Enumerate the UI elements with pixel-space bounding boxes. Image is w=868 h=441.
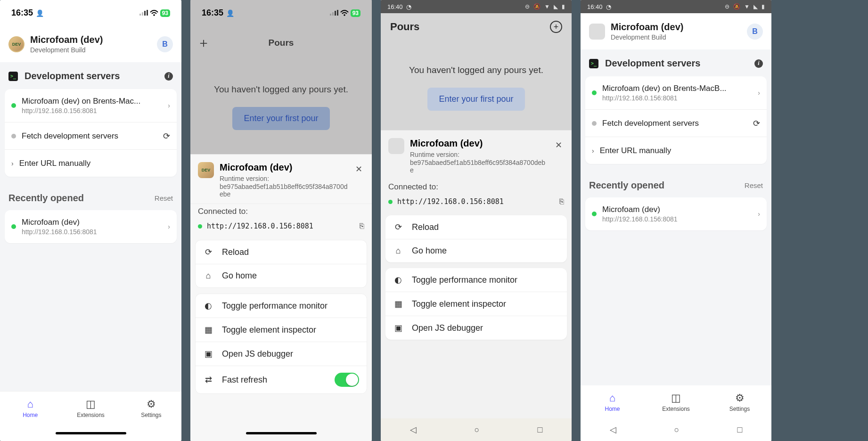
server-row[interactable]: Microfoam (dev) on Brents-MacB... http:/…: [585, 76, 767, 109]
fast-refresh-row[interactable]: ⇄ Fast refresh: [196, 366, 367, 393]
status-dot-icon: [198, 224, 202, 229]
info-icon[interactable]: i: [754, 59, 763, 68]
nav-back-icon[interactable]: ◁: [410, 425, 417, 435]
extensions-icon: ◫: [86, 398, 96, 410]
reset-button[interactable]: Reset: [745, 181, 763, 189]
pours-title: Pours: [390, 21, 419, 33]
app-icon: [388, 138, 404, 154]
go-home-row[interactable]: ⌂ Go home: [196, 264, 367, 287]
copy-icon[interactable]: ⎘: [559, 197, 564, 206]
app-icon: [589, 24, 605, 40]
reload-row[interactable]: ⟳ Reload: [196, 240, 367, 264]
runtime-version: be975abaed5ef1ab51b8eff6c95f384a8700debe: [220, 183, 348, 198]
element-inspector-row[interactable]: ▦ Toggle element inspector: [385, 292, 567, 316]
nav-home-icon[interactable]: ○: [674, 425, 680, 435]
svg-rect-6: [332, 12, 334, 16]
status-time: 16:40: [387, 3, 403, 10]
sheet-title: Microfoam (dev): [410, 138, 548, 149]
go-home-label: Go home: [222, 271, 359, 281]
enter-url-row[interactable]: › Enter URL manually: [5, 149, 177, 177]
user-avatar[interactable]: B: [747, 24, 763, 40]
recently-opened-title: Recently opened: [8, 193, 84, 204]
profile-icon: 👤: [36, 9, 44, 17]
fetch-servers-row[interactable]: Fetch development servers ⟳: [5, 122, 177, 149]
refresh-icon: ⟳: [203, 247, 213, 257]
perf-monitor-label: Toggle performance monitor: [412, 275, 559, 285]
user-avatar[interactable]: B: [157, 36, 173, 52]
dev-menu-sheet: DEV Microfoam (dev) Runtime version: be9…: [190, 154, 372, 441]
tab-extensions[interactable]: ◫ Extensions: [60, 392, 121, 425]
dev-servers-header: >_ Development servers i: [581, 49, 771, 74]
app-subtitle: Development Build: [30, 46, 151, 54]
recently-opened-header: Recently opened Reset: [581, 170, 771, 195]
fast-refresh-toggle[interactable]: [335, 373, 359, 387]
android-nav-bar: ◁ ○ □: [381, 418, 572, 441]
svg-rect-5: [330, 14, 331, 16]
debugger-icon: ▣: [203, 349, 213, 359]
js-debugger-row[interactable]: ▣ Open JS debugger: [196, 342, 367, 366]
inspector-icon: ▦: [203, 325, 213, 335]
refresh-icon: ⟳: [163, 131, 170, 141]
enter-first-pour-button[interactable]: Enter your first pour: [427, 88, 524, 111]
close-icon[interactable]: ✕: [553, 138, 564, 152]
enter-url-row[interactable]: › Enter URL manually: [585, 137, 767, 164]
js-debugger-label: Open JS debugger: [412, 323, 559, 333]
svg-rect-2: [144, 11, 146, 16]
add-pour-button[interactable]: ＋: [197, 34, 210, 52]
tab-home[interactable]: ⌂ Home: [581, 385, 644, 418]
close-icon[interactable]: ✕: [353, 162, 364, 176]
ios-home-indicator: [0, 425, 181, 441]
js-debugger-row[interactable]: ▣ Open JS debugger: [385, 316, 567, 340]
dev-menu-sheet: Microfoam (dev) Runtime version: be975ab…: [381, 130, 572, 418]
recent-row[interactable]: Microfoam (dev) http://192.168.0.156:808…: [585, 197, 767, 230]
reset-button[interactable]: Reset: [155, 194, 173, 202]
nav-recent-icon[interactable]: □: [737, 425, 743, 435]
info-icon[interactable]: i: [164, 72, 173, 81]
fetch-servers-label: Fetch development servers: [22, 131, 157, 141]
android-nav-bar: ◁ ○ □: [581, 418, 771, 441]
enter-first-pour-button[interactable]: Enter your first pour: [232, 107, 329, 130]
perf-monitor-row[interactable]: ◐ Toggle performance monitor: [385, 268, 567, 292]
recent-name: Microfoam (dev): [602, 205, 752, 214]
nav-recent-icon[interactable]: □: [538, 425, 543, 435]
wifi-icon: ▼: [744, 3, 750, 10]
tab-extensions[interactable]: ◫ Extensions: [644, 385, 708, 418]
server-row[interactable]: Microfoam (dev) on Brents-Mac... http://…: [5, 89, 177, 122]
signal-icon: ◣: [753, 3, 758, 10]
dev-servers-title: Development servers: [25, 71, 164, 82]
tab-home[interactable]: ⌂ Home: [0, 392, 60, 425]
debugger-icon: ▣: [393, 323, 403, 333]
mute-icon: 🔕: [733, 3, 740, 10]
battery-icon: ▮: [762, 3, 765, 10]
svg-rect-0: [139, 14, 141, 16]
empty-state: You haven't logged any pours yet. Enter …: [381, 41, 572, 130]
go-home-row[interactable]: ⌂ Go home: [385, 239, 567, 262]
copy-icon[interactable]: ⎘: [360, 222, 364, 230]
perf-monitor-label: Toggle performance monitor: [222, 301, 359, 311]
nav-back-icon[interactable]: ◁: [610, 425, 616, 435]
home-icon: ⌂: [27, 398, 33, 410]
nav-home-icon[interactable]: ○: [475, 425, 480, 435]
element-inspector-row[interactable]: ▦ Toggle element inspector: [196, 318, 367, 342]
ios-home-indicator: [190, 425, 372, 441]
status-dot-icon: [592, 90, 597, 95]
chevron-right-icon: ›: [168, 102, 170, 109]
wifi-icon: ▼: [544, 3, 550, 10]
add-pour-button[interactable]: +: [550, 21, 562, 33]
chevron-right-icon: ›: [758, 89, 760, 97]
gauge-icon: ◐: [393, 275, 403, 285]
recent-url: http://192.168.0.156:8081: [22, 228, 162, 236]
clock-icon: ◔: [406, 3, 411, 10]
ios-status-bar: 16:35 👤 93: [0, 0, 181, 26]
sheet-title: Microfoam (dev): [220, 162, 348, 173]
recent-row[interactable]: Microfoam (dev) http://192.168.0.156:808…: [5, 210, 177, 243]
tab-settings[interactable]: ⚙ Settings: [708, 385, 771, 418]
reload-row[interactable]: ⟳ Reload: [385, 215, 567, 239]
tab-settings[interactable]: ⚙ Settings: [121, 392, 181, 425]
android-status-bar: 16:40 ◔ ⊖ 🔕 ▼ ◣ ▮: [381, 0, 572, 13]
perf-monitor-row[interactable]: ◐ Toggle performance monitor: [196, 294, 367, 318]
runtime-label: Runtime version:: [410, 151, 548, 158]
fetch-servers-row[interactable]: Fetch development servers ⟳: [585, 109, 767, 137]
status-dot-icon: [11, 134, 16, 139]
battery-icon: ▮: [562, 3, 565, 10]
